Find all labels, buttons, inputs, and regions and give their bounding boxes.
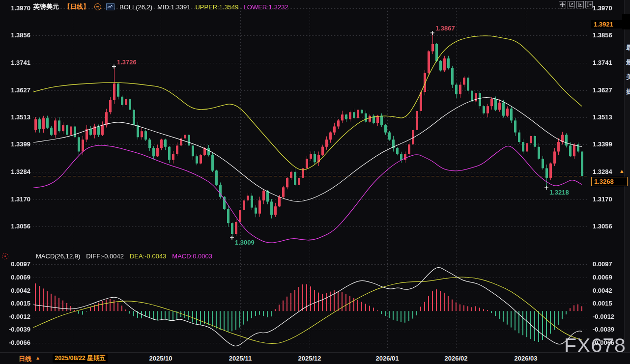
macd-tick-label: 0.0042 <box>593 287 612 295</box>
swing-low-annotation: 1.3218 <box>549 189 569 196</box>
x-axis-month-label: 2026/02 <box>445 355 468 362</box>
price-tick-label: 1.3513 <box>593 113 612 121</box>
last-price-arrow-icon: ▲ <box>619 168 625 174</box>
period-tag: 【日线】 <box>64 2 89 11</box>
x-axis-month-label: 2025/11 <box>229 355 252 362</box>
price-tick-label: 1.3856 <box>593 31 612 39</box>
macd-tick-label: -0.0039 <box>593 326 614 334</box>
period-up-arrow-icon[interactable]: ▲ <box>35 355 40 361</box>
price-tick-label: 1.3627 <box>593 86 612 94</box>
boll-lower-value: LOWER:1.3232 <box>244 3 288 11</box>
boll-upper-value: UPPER:1.3549 <box>195 3 238 11</box>
right-strip-button[interactable]: 提 <box>626 87 630 96</box>
x-axis-month-label: 2025/12 <box>298 355 321 362</box>
macd-tick-label: -0.0066 <box>0 339 30 347</box>
target-dot-icon[interactable] <box>2 253 8 259</box>
price-tick-label: 1.3170 <box>593 196 612 203</box>
period-selector[interactable]: 日线 <box>19 355 31 364</box>
exit-chart-icon[interactable] <box>585 1 593 8</box>
price-tick-label: 1.3056 <box>0 223 30 230</box>
price-tick-label: 1.3284 <box>0 168 30 176</box>
axis-scale-icon[interactable] <box>568 1 575 8</box>
swing-high-annotation: 1.3726 <box>117 58 137 66</box>
macd-tick-label: -0.0012 <box>0 313 30 321</box>
macd-tick-label: 0.0069 <box>593 274 612 281</box>
x-axis-month-label: 2026/01 <box>376 355 399 362</box>
macd-indicator-label: MACD(26,12,9) <box>36 252 80 260</box>
x-axis-month-label: 2026/03 <box>515 355 538 362</box>
macd-macd-value: MACD:0.0003 <box>172 252 212 260</box>
macd-tick-label: 0.0069 <box>0 274 30 281</box>
macd-dea-value: DEA:-0.0043 <box>130 252 166 260</box>
macd-tick-label: 0.0097 <box>0 260 30 268</box>
chart-header: 英镑美元 【日线】 BOLL(26,2) MID:1.3391 UPPER:1.… <box>33 2 288 11</box>
macd-tick-label: -0.0066 <box>593 339 614 347</box>
last-price-label: 1.3268 <box>591 177 628 186</box>
price-tick-label: 1.3513 <box>0 113 30 121</box>
macd-diff-value: DIFF:-0.0042 <box>86 252 124 260</box>
macd-tick-label: 0.0042 <box>0 287 30 295</box>
macd-tick-label: 0.0015 <box>0 300 30 308</box>
price-tick-label: 1.3741 <box>0 59 30 67</box>
selected-date-label: 2025/08/22 星期五 <box>53 354 108 363</box>
crosshair-move-icon[interactable] <box>559 1 566 8</box>
right-strip-button[interactable]: 最 <box>626 58 630 67</box>
chart-toolbar <box>559 1 593 8</box>
trading-chart-app: { "header": { "symbol": "英镑美元", "period_… <box>0 0 630 364</box>
time-axis-bar: 日线 ▲ 2025/08/22 星期五 2025/102025/112025/1… <box>0 352 630 364</box>
swing-low-annotation: 1.3009 <box>235 239 255 246</box>
right-strip-button[interactable]: 美 <box>626 73 630 82</box>
price-tick-label: 1.3284 <box>593 168 612 176</box>
price-tick-label: 1.3627 <box>0 86 30 94</box>
price-tick-label: 1.3399 <box>0 140 30 148</box>
price-tick-label: 1.3399 <box>593 140 612 148</box>
price-tick-label: 1.3056 <box>593 223 612 230</box>
macd-header: MACD(26,12,9) DIFF:-0.0042 DEA:-0.0043 M… <box>0 252 212 260</box>
indicator-chart-icon[interactable] <box>106 3 115 10</box>
price-tick-label: 1.3170 <box>0 196 30 203</box>
boll-mid-value: MID:1.3391 <box>157 3 190 11</box>
price-tick-label: 1.3970 <box>0 4 30 12</box>
macd-tick-label: 0.0097 <box>593 260 612 268</box>
price-tick-label: 1.3970 <box>593 4 612 12</box>
session-high-price-label: 1.3921 <box>591 20 626 28</box>
macd-tick-label: 0.0015 <box>593 300 612 308</box>
boll-indicator-label: BOLL(26,2) <box>119 3 152 11</box>
price-macd-chart-canvas[interactable] <box>0 0 630 364</box>
symbol-name: 英镑美元 <box>33 2 59 11</box>
price-tick-label: 1.3856 <box>0 31 30 39</box>
swing-high-annotation: 1.3867 <box>435 25 455 32</box>
right-strip-button[interactable]: 最 <box>626 43 630 52</box>
macd-tick-label: -0.0039 <box>0 326 30 334</box>
play-chart-icon[interactable] <box>576 1 584 8</box>
price-tick-label: 1.3741 <box>593 59 612 67</box>
collapse-icon[interactable] <box>94 3 101 10</box>
x-axis-month-label: 2025/10 <box>149 355 172 362</box>
macd-tick-label: -0.0012 <box>593 313 614 321</box>
